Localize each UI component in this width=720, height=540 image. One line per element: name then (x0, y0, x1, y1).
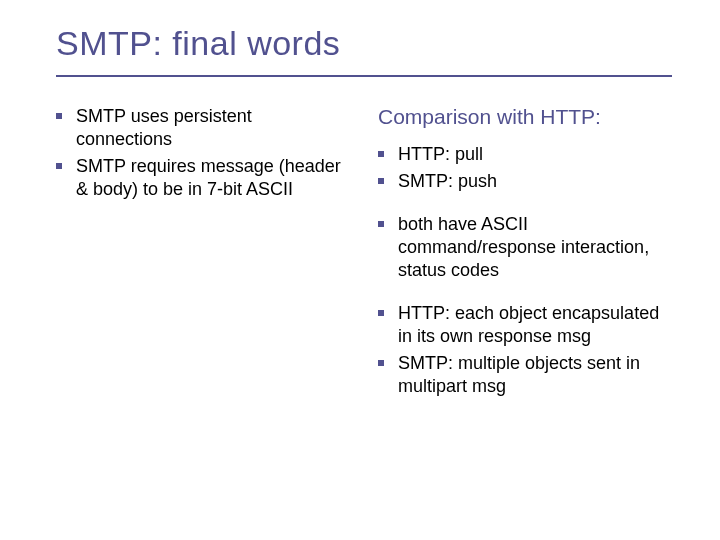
square-bullet-icon (378, 310, 384, 316)
bullet-text: both have ASCII command/response interac… (398, 213, 672, 282)
spacer (378, 197, 672, 213)
square-bullet-icon (378, 360, 384, 366)
left-bullet-list: SMTP uses persistent connections SMTP re… (56, 105, 350, 201)
square-bullet-icon (56, 163, 62, 169)
bullet-text: SMTP requires message (header & body) to… (76, 155, 350, 201)
spacer (378, 286, 672, 302)
list-item: both have ASCII command/response interac… (378, 213, 672, 282)
bullet-text: SMTP: push (398, 170, 497, 193)
list-item: SMTP: multiple objects sent in multipart… (378, 352, 672, 398)
two-column-layout: SMTP uses persistent connections SMTP re… (56, 105, 672, 402)
list-item: HTTP: each object encapsulated in its ow… (378, 302, 672, 348)
slide: SMTP: final words SMTP uses persistent c… (0, 0, 720, 540)
list-item: SMTP: push (378, 170, 672, 193)
square-bullet-icon (378, 221, 384, 227)
square-bullet-icon (378, 178, 384, 184)
left-column: SMTP uses persistent connections SMTP re… (56, 105, 350, 402)
list-item: SMTP uses persistent connections (56, 105, 350, 151)
square-bullet-icon (378, 151, 384, 157)
list-item: SMTP requires message (header & body) to… (56, 155, 350, 201)
right-bullet-group-2: both have ASCII command/response interac… (378, 213, 672, 282)
list-item: HTTP: pull (378, 143, 672, 166)
right-column: Comparison with HTTP: HTTP: pull SMTP: p… (378, 105, 672, 402)
bullet-text: SMTP uses persistent connections (76, 105, 350, 151)
comparison-heading: Comparison with HTTP: (378, 105, 672, 129)
bullet-text: HTTP: pull (398, 143, 483, 166)
title-underline (56, 75, 672, 77)
right-bullet-group-3: HTTP: each object encapsulated in its ow… (378, 302, 672, 398)
slide-title: SMTP: final words (56, 24, 672, 71)
bullet-text: SMTP: multiple objects sent in multipart… (398, 352, 672, 398)
bullet-text: HTTP: each object encapsulated in its ow… (398, 302, 672, 348)
right-bullet-group-1: HTTP: pull SMTP: push (378, 143, 672, 193)
square-bullet-icon (56, 113, 62, 119)
